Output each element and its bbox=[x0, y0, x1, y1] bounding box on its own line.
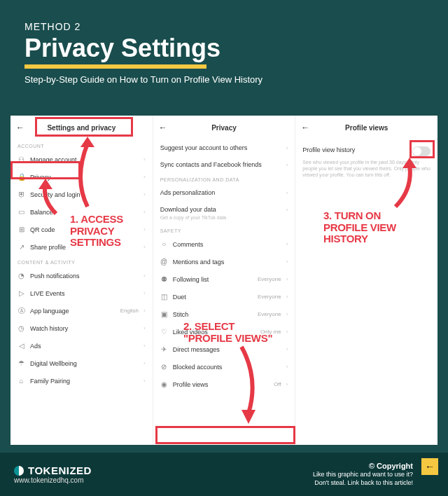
chevron-right-icon: › bbox=[286, 276, 288, 282]
panel-title: Privacy bbox=[169, 124, 280, 132]
section-content: CONTENT & ACTIVITY bbox=[10, 256, 153, 267]
row-stitch[interactable]: ▣StitchEveryone› bbox=[153, 305, 295, 323]
chevron-right-icon: › bbox=[144, 273, 146, 279]
row-dm[interactable]: ✈Direct messages› bbox=[153, 340, 295, 358]
toggle-label: Profile view history bbox=[302, 146, 355, 153]
panel-header: ← Profile views bbox=[295, 116, 438, 139]
row-ads-pers[interactable]: Ads personalization› bbox=[153, 184, 295, 201]
heart-icon: ♡ bbox=[160, 328, 168, 336]
brand-name: TOKENIZED bbox=[28, 464, 92, 476]
at-icon: @ bbox=[160, 258, 168, 266]
duet-icon: ◫ bbox=[160, 293, 168, 301]
page-title: Privacy Settings bbox=[24, 34, 424, 63]
shield-icon: ⛨ bbox=[18, 191, 25, 198]
row-blocked[interactable]: ⊘Blocked accounts› bbox=[153, 358, 295, 376]
panel-title: Profile views bbox=[311, 124, 422, 132]
section-personalization: PERSONALIZATION AND DATA bbox=[153, 173, 295, 184]
chevron-right-icon: › bbox=[286, 364, 288, 370]
chevron-right-icon: › bbox=[286, 241, 288, 247]
row-language[interactable]: ⒶApp languageEnglish› bbox=[10, 302, 153, 319]
row-manage-account[interactable]: ⚇Manage account› bbox=[10, 151, 153, 168]
chevron-right-icon: › bbox=[144, 174, 146, 180]
chevron-right-icon: › bbox=[286, 346, 288, 352]
row-suggest[interactable]: Suggest your account to others› bbox=[153, 139, 295, 156]
umbrella-icon: ☂ bbox=[18, 359, 25, 367]
clock-icon: ◷ bbox=[18, 324, 25, 332]
comment-icon: ○ bbox=[160, 240, 168, 248]
row-live[interactable]: ▷LIVE Events› bbox=[10, 284, 153, 302]
copyright-line1: Like this graphic and want to use it? bbox=[313, 471, 413, 479]
method-label: METHOD 2 bbox=[24, 21, 424, 32]
chevron-right-icon: › bbox=[286, 162, 288, 168]
subtitle: Step-by-Step Guide on How to Turn on Pro… bbox=[24, 74, 424, 85]
block-icon: ⊘ bbox=[160, 363, 168, 371]
title-underline bbox=[24, 64, 206, 69]
chevron-right-icon: › bbox=[144, 325, 146, 331]
row-balance[interactable]: ▭Balance› bbox=[10, 203, 153, 221]
row-duet[interactable]: ◫DuetEveryone› bbox=[153, 288, 295, 305]
copyright-block: © Copyright Like this graphic and want t… bbox=[313, 461, 413, 488]
row-security[interactable]: ⛨Security and login› bbox=[10, 186, 153, 203]
profile-view-history-toggle[interactable] bbox=[412, 146, 430, 156]
chevron-right-icon: › bbox=[144, 226, 146, 233]
panel-header: ← Settings and privacy bbox=[10, 116, 153, 139]
chevron-right-icon: › bbox=[144, 360, 146, 366]
brand-url: www.tokenizedhq.com bbox=[14, 476, 92, 484]
row-comments[interactable]: ○Comments› bbox=[153, 235, 295, 253]
chevron-right-icon: › bbox=[286, 190, 288, 196]
eye-icon: ◉ bbox=[160, 380, 168, 388]
panel-settings: ← Settings and privacy ACCOUNT ⚇Manage a… bbox=[10, 116, 153, 445]
row-privacy[interactable]: 🔒Privacy› bbox=[10, 168, 153, 186]
wallet-icon: ▭ bbox=[18, 208, 25, 216]
chevron-right-icon: › bbox=[286, 207, 288, 213]
chevron-right-icon: › bbox=[144, 308, 146, 314]
back-arrow-icon[interactable]: ← bbox=[301, 123, 311, 132]
panel-privacy: ← Privacy Suggest your account to others… bbox=[153, 116, 296, 445]
toggle-row: Profile view history See who viewed your… bbox=[295, 139, 438, 185]
row-wellbeing[interactable]: ☂Digital Wellbeing› bbox=[10, 354, 153, 372]
chevron-right-icon: › bbox=[286, 145, 288, 151]
row-sync[interactable]: Sync contacts and Facebook friends› bbox=[153, 156, 295, 173]
link-back-button[interactable]: ← bbox=[421, 458, 438, 475]
chevron-right-icon: › bbox=[144, 209, 146, 215]
toggle-description: See who viewed your profile in the past … bbox=[302, 159, 430, 178]
row-profile-views[interactable]: ◉Profile viewsOff› bbox=[153, 376, 295, 393]
chevron-right-icon: › bbox=[144, 156, 146, 163]
row-push[interactable]: ◔Push notifications› bbox=[10, 267, 153, 284]
lock-icon: 🔒 bbox=[18, 173, 25, 181]
chevron-right-icon: › bbox=[144, 244, 146, 250]
row-liked[interactable]: ♡Liked videosOnly me› bbox=[153, 323, 295, 340]
person-icon: ⚇ bbox=[18, 156, 25, 163]
copyright-line2: Don't steal. Link back to this article! bbox=[313, 479, 413, 488]
globe-icon: Ⓐ bbox=[18, 307, 25, 315]
back-arrow-icon[interactable]: ← bbox=[16, 123, 26, 132]
brand-logo-icon bbox=[14, 466, 24, 476]
brand: TOKENIZED bbox=[14, 464, 92, 476]
bell-icon: ◔ bbox=[18, 272, 25, 280]
row-following[interactable]: ⚉Following listEveryone› bbox=[153, 270, 295, 288]
brand-block: TOKENIZED www.tokenizedhq.com bbox=[14, 464, 92, 484]
section-account: ACCOUNT bbox=[10, 139, 153, 151]
panel-header: ← Privacy bbox=[153, 116, 295, 139]
back-arrow-icon[interactable]: ← bbox=[159, 123, 169, 132]
row-download[interactable]: Download your data› bbox=[153, 201, 295, 214]
home-icon: ⌂ bbox=[18, 377, 25, 385]
copyright-title: © Copyright bbox=[313, 461, 413, 471]
chevron-right-icon: › bbox=[286, 259, 288, 265]
download-sub: Get a copy of your TikTok data bbox=[153, 214, 295, 224]
live-icon: ▷ bbox=[18, 289, 25, 297]
chevron-right-icon: › bbox=[286, 311, 288, 317]
row-watch[interactable]: ◷Watch history› bbox=[10, 319, 153, 337]
stitch-icon: ▣ bbox=[160, 310, 168, 318]
row-ads[interactable]: ◁Ads› bbox=[10, 337, 153, 354]
people-icon: ⚉ bbox=[160, 275, 168, 283]
row-qr[interactable]: ⊞QR code› bbox=[10, 221, 153, 238]
row-share[interactable]: ↗Share profile› bbox=[10, 238, 153, 256]
screenshot-panels: ← Settings and privacy ACCOUNT ⚇Manage a… bbox=[10, 116, 438, 445]
row-mentions[interactable]: @Mentions and tags› bbox=[153, 253, 295, 270]
row-family[interactable]: ⌂Family Pairing› bbox=[10, 372, 153, 390]
chevron-right-icon: › bbox=[144, 378, 146, 384]
section-safety: SAFETY bbox=[153, 224, 295, 235]
qr-icon: ⊞ bbox=[18, 226, 25, 233]
plane-icon: ✈ bbox=[160, 345, 168, 353]
